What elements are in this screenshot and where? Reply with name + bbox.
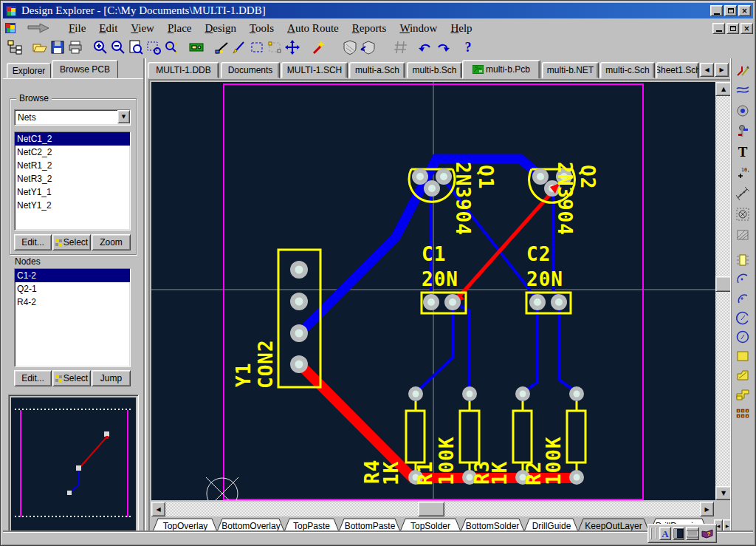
place-split-plane-icon[interactable] [735,386,751,402]
help-icon[interactable]: ? [459,38,477,56]
deselect-all-icon[interactable] [266,38,284,56]
place-via-icon[interactable] [735,103,751,118]
print-icon[interactable] [66,38,84,56]
synchronize-designs-icon[interactable] [359,38,377,56]
document-icon[interactable] [4,22,16,34]
place-polygon-plane-icon[interactable] [735,367,751,383]
zoom-area-icon[interactable] [145,38,162,56]
net-list-item[interactable]: NetR1_2 [15,159,130,172]
zoom-out-icon[interactable] [109,38,127,56]
place-keepout-icon[interactable] [735,206,751,222]
tab-browse-pcb[interactable]: Browse PCB [52,60,118,78]
pcb-canvas[interactable]: Q1 2N3904 Q2 2N3904 C1 20N C2 20N Y1 CON… [151,82,715,500]
menu-file[interactable]: File [62,21,92,36]
net-list-item[interactable]: NetR3_2 [15,172,130,185]
horizontal-scroll-thumb[interactable] [418,502,444,516]
doc-tab-multic-sch[interactable]: multi-c.Sch [600,62,655,78]
open-document-icon[interactable] [31,38,49,56]
net-select-button[interactable]: Select [52,234,91,250]
doc-tab-multi1ddb[interactable]: MULTI-1.DDB [148,62,219,78]
draw-line-icon[interactable] [230,38,248,56]
zoom-point-icon[interactable] [162,38,180,56]
doc-tab-multia-sch[interactable]: multi-a.Sch [349,62,405,78]
place-fill-hatched-icon[interactable] [735,227,751,242]
place-component-icon[interactable] [735,252,751,267]
undo-icon[interactable] [416,38,434,56]
menu-help[interactable]: Help [444,21,478,36]
doc-tab-multib-net[interactable]: multi-b.NET [542,62,599,78]
layer-tab[interactable]: DrillGuide [523,519,579,533]
layer-tab[interactable]: BottomOverlay [216,519,285,533]
place-arc-center-icon[interactable] [735,290,751,306]
zoom-in-icon[interactable] [92,38,109,56]
child-minimize-button[interactable] [712,23,725,34]
place-dimension-icon[interactable] [735,185,751,201]
menu-autoroute[interactable]: Auto Route [281,21,346,36]
menu-tools[interactable]: Tools [243,21,281,36]
layer-tab[interactable]: BottomSolder [460,519,525,533]
scroll-down-icon[interactable]: ▼ [715,486,732,500]
child-restore-button[interactable] [726,23,739,34]
browse-mode-dropdown[interactable]: Nets ▼ [14,109,131,126]
toolbar-grip[interactable] [650,528,652,539]
node-list-item[interactable]: R4-2 [15,296,130,309]
panel-toggle-icon[interactable] [673,527,684,540]
node-list-item[interactable]: C1-2 [15,269,130,282]
nets-listbox[interactable]: NetC1_2 NetC2_2 NetR1_2 NetR3_2 NetY1_1 … [14,132,131,231]
place-pad-array-icon[interactable] [735,406,751,421]
scroll-left-icon[interactable]: ◀ [151,502,165,516]
place-arc-edge-icon[interactable] [735,271,751,287]
dropdown-arrow-icon[interactable]: ▼ [117,110,130,123]
net-list-item[interactable]: NetY1_2 [15,199,130,212]
help-book-icon[interactable]: ? [701,527,714,540]
menu-window[interactable]: Window [393,21,444,36]
toggle-visible-grid-icon[interactable] [391,38,409,56]
layer-tab[interactable]: TopSolder [399,519,461,533]
menu-arrow-icon[interactable] [27,23,52,33]
net-list-item[interactable]: NetC1_2 [15,132,130,146]
doc-tab-multib-pcb[interactable]: multi-b.Pcb [462,60,540,79]
menu-view[interactable]: View [124,21,161,36]
menu-design[interactable]: Design [198,21,243,36]
floating-mini-toolbar[interactable]: A ? [647,524,717,543]
place-pad-icon[interactable] [735,123,751,139]
redo-icon[interactable] [434,38,452,56]
net-list-item[interactable]: NetC2_2 [15,146,130,159]
zoom-window-icon[interactable] [127,38,145,56]
title-bar[interactable]: Design Explorer - [C:\My Documents\MULTI… [3,3,753,18]
interactive-routing-icon[interactable] [735,63,751,78]
doc-tab-multi1sch[interactable]: MULTI-1.SCH [281,62,348,78]
restore-button[interactable] [724,5,737,16]
doc-tab-sheet1-sch[interactable]: Sheet1.Sch [656,62,699,78]
close-button[interactable]: × [738,5,751,16]
scroll-right-icon[interactable]: ▶ [700,502,714,516]
layer-tab[interactable]: TopPaste [284,519,340,533]
net-list-item[interactable]: NetY1_1 [15,185,130,199]
layer-tab[interactable]: BottomPaste [338,519,401,533]
node-select-button[interactable]: Select [52,370,91,386]
place-full-circle-icon[interactable] [735,329,751,344]
save-document-icon[interactable] [49,38,66,56]
place-fill-icon[interactable] [735,348,751,364]
net-zoom-button[interactable]: Zoom [92,234,131,250]
shortcut-keys-icon[interactable] [686,527,699,540]
select-area-icon[interactable] [248,38,266,56]
tab-explorer[interactable]: Explorer [7,63,51,78]
horizontal-scrollbar[interactable]: ◀ ▶ [151,502,714,516]
node-jump-button[interactable]: Jump [92,370,131,386]
minimize-button[interactable] [710,5,723,16]
text-find-icon[interactable]: A [659,527,671,540]
node-list-item[interactable]: Q2-1 [15,282,130,296]
doc-tabs-scroll-left-icon[interactable]: ◀ [700,63,714,77]
move-component-icon[interactable] [284,38,301,56]
board-preview[interactable] [11,397,136,530]
net-edit-button[interactable]: Edit... [14,234,52,250]
menu-place[interactable]: Place [161,21,198,36]
place-track-icon[interactable] [735,82,751,98]
board-in-view-icon[interactable] [188,38,205,56]
doc-tab-multib-sch[interactable]: multi-b.Sch [407,62,462,78]
update-pcb-shield-icon[interactable] [341,38,359,56]
menu-edit[interactable]: Edit [92,21,124,36]
cross-probe-icon[interactable] [213,38,230,56]
doc-tab-documents[interactable]: Documents [221,62,280,78]
